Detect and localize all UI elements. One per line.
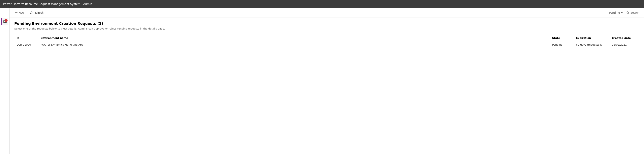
col-header-id: Id xyxy=(14,35,38,41)
table-header-row: Id Environment name State Expiration Cre… xyxy=(14,35,639,41)
hamburger-icon xyxy=(3,11,6,15)
new-button[interactable]: New xyxy=(13,10,26,15)
refresh-button[interactable]: Refresh xyxy=(28,10,46,15)
plus-icon xyxy=(15,11,18,14)
search-label: Search xyxy=(630,11,639,14)
filter-value: Pending xyxy=(609,11,620,14)
col-header-created: Created date xyxy=(610,35,639,41)
requests-table: Id Environment name State Expiration Cre… xyxy=(14,35,639,48)
cell-environmentName: POC for Dynamics Marketing App xyxy=(38,41,550,48)
cell-createdDate: 08/02/2021 xyxy=(610,41,639,48)
main-content: New Refresh Pending xyxy=(10,8,644,154)
page-subtitle: Select one of the requests below to view… xyxy=(14,27,639,30)
sidebar-nav-requests[interactable]: 1 xyxy=(1,18,8,25)
svg-rect-1 xyxy=(3,13,6,13)
new-label: New xyxy=(19,11,24,14)
cell-expiration: 60 days (requested) xyxy=(574,41,610,48)
refresh-label: Refresh xyxy=(34,11,44,14)
refresh-icon xyxy=(30,11,32,14)
sidebar: 1 xyxy=(0,8,10,154)
table-body: ECR-01000POC for Dynamics Marketing AppP… xyxy=(14,41,639,48)
col-header-expiration: Expiration xyxy=(574,35,610,41)
title-bar: Power Platform Resource Request Manageme… xyxy=(0,0,644,8)
table-header: Id Environment name State Expiration Cre… xyxy=(14,35,639,41)
page-content: Pending Environment Creation Requests (1… xyxy=(10,17,644,154)
col-header-state: State xyxy=(550,35,574,41)
cell-state: Pending xyxy=(550,41,574,48)
app-layout: 1 New Refresh Pending xyxy=(0,8,644,154)
app-title: Power Platform Resource Request Manageme… xyxy=(3,2,92,5)
toolbar: New Refresh Pending xyxy=(10,8,644,17)
search-button[interactable]: Search xyxy=(625,10,641,15)
filter-control[interactable]: Pending xyxy=(609,11,623,14)
page-title: Pending Environment Creation Requests (1… xyxy=(14,21,639,26)
table-row[interactable]: ECR-01000POC for Dynamics Marketing AppP… xyxy=(14,41,639,48)
cell-id: ECR-01000 xyxy=(14,41,38,48)
svg-rect-0 xyxy=(3,12,6,12)
hamburger-menu-button[interactable] xyxy=(1,9,8,17)
search-icon xyxy=(626,11,629,14)
col-header-name: Environment name xyxy=(38,35,550,41)
svg-rect-2 xyxy=(3,14,6,14)
nav-item-badge: 1 xyxy=(5,19,8,22)
chevron-down-icon xyxy=(621,11,623,14)
